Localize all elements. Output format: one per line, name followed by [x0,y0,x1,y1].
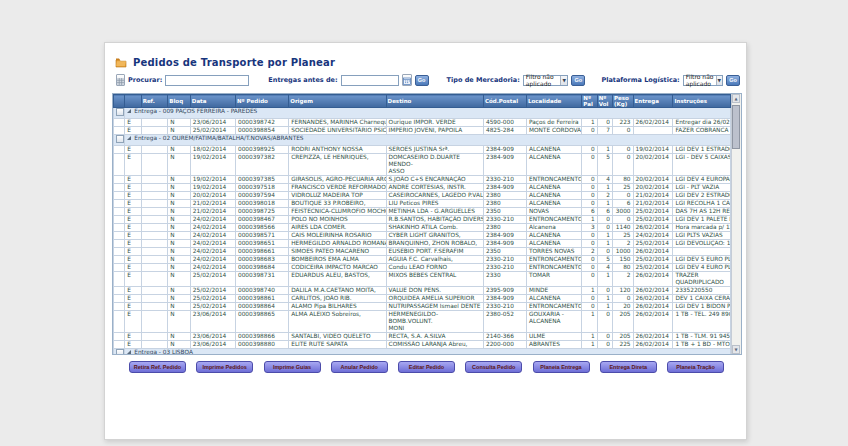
group-row[interactable]: Entrega - 009 PAÇOS FERREIRA - PAREDES [114,108,731,119]
filter-mini-button[interactable] [116,74,125,86]
cell: 20/02/2014 [633,154,673,176]
platform-go-button[interactable]: Go [726,75,740,86]
cell: 1140 [613,224,633,232]
date-go-button[interactable]: Go [415,75,429,86]
scroll-down-icon[interactable]: ▼ [732,345,740,354]
grid-row[interactable]: EN23/06/20140000398742FERNANDES, MARINHA… [114,119,731,127]
cell: NUTRIPASSAGEM Ismael DENTE [386,303,483,311]
grid-row[interactable]: EN24/02/20140000398651HERMEGILDO ARNALDO… [114,240,731,248]
grid-row[interactable]: EN25/02/20140000398861CARLITOS, JOÃO RIB… [114,295,731,303]
logistics-platform-select[interactable]: Filtro não aplicado ▼ [683,75,723,86]
cell: 4 [597,264,612,272]
column-header[interactable] [125,95,141,108]
column-header[interactable]: Nº Pal [582,95,597,108]
group-expand-cell[interactable] [114,108,125,119]
cell: N [168,224,191,232]
column-header[interactable]: Nº Vol [597,95,612,108]
cell: 0 [597,119,612,127]
cell: 0 [582,256,597,264]
editar-pedido-button[interactable]: Editar Pedido [398,361,455,373]
cell: 0 [613,146,633,154]
grid-row[interactable]: EN23/06/20140000398880ELITE RUTE SAPATAC… [114,341,731,349]
grid-row[interactable]: EN24/02/20140000398571CAIS MOLEIRINHA RO… [114,232,731,240]
column-header[interactable]: Peso (Kg) [613,95,633,108]
delivery-date-input[interactable] [341,75,399,86]
column-header[interactable]: Entrega [633,95,673,108]
grid-row[interactable]: EN18/02/20140000398925RODRI ANTHONY NOSS… [114,146,731,154]
cell: SOCIEDADE UNIVERSITÁRIO PSICOL [289,127,386,135]
cell: E [125,240,141,248]
planeia-tracao-button[interactable]: Planeia Tração [667,361,724,373]
group-row[interactable]: Entrega - 02 OUREM/FATIMA/BATALHA/T.NOVA… [114,135,731,146]
anular-pedido-button[interactable]: Anular Pedido [331,361,388,373]
cell: Paços de Ferreira [526,119,581,127]
cell: 0 [582,272,597,287]
imprime-guias-button[interactable]: Imprime Guias [264,361,321,373]
grid-row[interactable]: EN24/02/20140000398661SIMOES PATEO MACAR… [114,248,731,256]
grid-row[interactable]: EN21/02/20140000398725FEISTECNICA-CLUMRO… [114,208,731,216]
group-expand-cell[interactable] [114,135,125,146]
grid-row[interactable]: EN19/02/20140000397518FRANCISCO VERDE RE… [114,184,731,192]
grid-row[interactable]: EN25/02/20140000398854SOCIEDADE UNIVERSI… [114,127,731,135]
cell: 0 [597,216,612,224]
cell: ALMA ALEIXO Sobreiros, [289,311,386,333]
goods-type-select[interactable]: Filtro não aplicado ▼ [523,75,569,86]
grid-row[interactable]: EN20/02/20140000397594VIDROLUZ MADEIRA T… [114,192,731,200]
cell: 24/02/2014 [633,232,673,240]
imprime-pedidos-button[interactable]: Imprime Pedidos [196,361,253,373]
cell: ENTRONCAMENTO [526,256,581,264]
grid-row[interactable]: EN25/02/20140000398864ALAMO Pipa BILHARE… [114,303,731,311]
grid-row[interactable]: EN19/02/20140000397382CREPIZZA, LE HENRI… [114,154,731,176]
column-header[interactable] [114,95,125,108]
search-input[interactable] [165,75,249,86]
column-header[interactable]: Data [190,95,235,108]
cell: 26/02/2014 [633,287,673,295]
grid-row[interactable]: EN24/02/20140000398683BOMBEIROS EMA ALMA… [114,256,731,264]
column-header[interactable]: Ref. [141,95,168,108]
retira-ref-pedido-button[interactable]: Retira Ref. Pedido [129,361,186,373]
consulta-pedido-button[interactable]: Consulta Pedido [465,361,522,373]
cell: 26/02/2014 [633,311,673,333]
column-header[interactable]: Cód.Postal [483,95,526,108]
grid-row[interactable]: EN23/06/20140000398865ALMA ALEIXO Sobrei… [114,311,731,333]
cell: DOMCASEIRO D.DUARTE MENDO- ASSO [386,154,483,176]
cell: 25 [613,232,633,240]
goods-type-go-button[interactable]: Go [571,75,585,86]
cell: 1 [597,184,612,192]
cell: 0000398731 [235,272,288,287]
cell: 0000397518 [235,184,288,192]
column-header[interactable]: Bloq [168,95,191,108]
cell: TORRES NOVAS [526,248,581,256]
cell: CASEIROCARNES, LAGEDO P.VALERI [386,192,483,200]
column-header[interactable]: Destino [386,95,483,108]
cell: N [168,176,191,184]
grid-row[interactable]: EN25/02/20140000398740DALILA M.A.CAETANO… [114,287,731,295]
row-expander-cell [114,192,125,200]
column-header[interactable]: Nº Pedido [235,95,288,108]
calendar-button[interactable] [402,74,412,86]
grid-row[interactable]: EN21/02/20140000398018BOUTIQUE 33 P.ROBE… [114,200,731,208]
grid-row[interactable]: EN24/02/20140000398467POLO NO MOINHOSR.B… [114,216,731,224]
column-header[interactable]: Instruções [673,95,731,108]
cell: 5 [597,256,612,264]
scroll-up-icon[interactable]: ▲ [732,94,740,103]
column-header[interactable]: Origem [289,95,386,108]
cell: 205 [613,333,633,341]
group-row[interactable]: Entrega - 03 LISBOA [114,349,731,355]
cell: CARLITOS, JOÃO RIB. [289,295,386,303]
cell: POLO NO MOINHOS [289,216,386,224]
cell: BOUTIQUE 33 P.ROBEIRO, [289,200,386,208]
grid-row[interactable]: EN19/02/20140000397385GIRASOLIS, AGRO-PE… [114,176,731,184]
group-expand-cell[interactable] [114,349,125,355]
grid-row[interactable]: EN24/02/20140000398684CODICEIRA IMPACTO … [114,264,731,272]
entrega-direta-button[interactable]: Entrega Direta [600,361,657,373]
cell: 6 [613,200,633,208]
column-header[interactable]: Localidade [526,95,581,108]
vertical-scrollbar[interactable]: ▲ ▼ [731,94,741,354]
row-expander-cell [114,341,125,349]
grid-row[interactable]: EN25/02/20140000398731EDUARDUS ALEU, BAS… [114,272,731,287]
planeia-entrega-button[interactable]: Planeia Entrega [533,361,590,373]
scrollbar-thumb[interactable] [732,105,740,149]
grid-row[interactable]: EN24/02/20140000398566AIRES LDA COMER.SH… [114,224,731,232]
grid-row[interactable]: EN23/06/20140000398866SANTALBI, VIDEO QU… [114,333,731,341]
